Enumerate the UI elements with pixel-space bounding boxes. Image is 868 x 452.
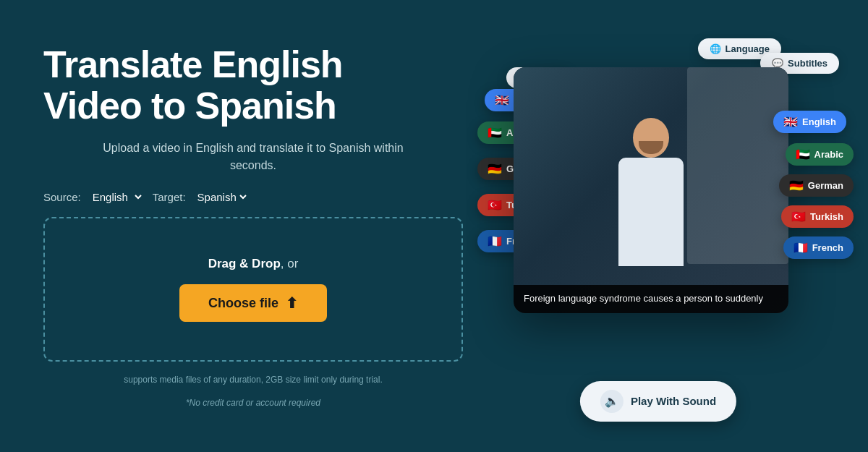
tag-french-right: 🇫🇷 French bbox=[783, 236, 854, 259]
left-panel: Translate English Video to Spanish Uploa… bbox=[43, 44, 463, 408]
flag-gb-left: 🇬🇧 bbox=[495, 93, 509, 107]
flag-fr-right: 🇫🇷 bbox=[793, 241, 808, 255]
flag-tr-left: 🇹🇷 bbox=[488, 198, 502, 212]
target-label: Target: bbox=[153, 191, 186, 203]
language-selectors: Source: English Spanish French German Ar… bbox=[43, 190, 463, 204]
person-beard bbox=[639, 141, 663, 154]
flag-de-right: 🇩🇪 bbox=[789, 179, 804, 192]
flag-fr-left: 🇫🇷 bbox=[488, 234, 502, 248]
person-head bbox=[633, 118, 669, 158]
play-with-sound-button[interactable]: 🔈 Play With Sound bbox=[580, 381, 736, 422]
tag-arabic-right: 🇦🇪 Arabic bbox=[786, 143, 854, 166]
flag-tr-right: 🇹🇷 bbox=[791, 210, 806, 223]
whiteboard bbox=[687, 67, 788, 264]
video-background bbox=[514, 67, 788, 313]
no-credit-text: *No credit card or account required bbox=[43, 398, 463, 408]
subtitle-text: Upload a video in English and translate … bbox=[101, 140, 405, 174]
globe-icon: 🌐 bbox=[710, 43, 721, 54]
video-card: Foreign language syndrome causes a perso… bbox=[514, 67, 788, 313]
person-body bbox=[618, 158, 684, 266]
flag-gb-right: 🇬🇧 bbox=[783, 115, 798, 129]
person-figure bbox=[608, 118, 694, 284]
tag-german-right: 🇩🇪 German bbox=[779, 174, 854, 197]
speaker-icon: 🔈 bbox=[600, 390, 624, 413]
video-subtitle-bar: Foreign language syndrome causes a perso… bbox=[514, 285, 788, 312]
page-title: Translate English Video to Spanish bbox=[43, 44, 463, 127]
support-text: supports media files of any duration, 2G… bbox=[43, 375, 463, 385]
choose-file-button[interactable]: Choose file ⬆ bbox=[179, 284, 327, 322]
tag-turkish-right: 🇹🇷 Turkish bbox=[781, 205, 854, 228]
flag-de-left: 🇩🇪 bbox=[488, 162, 502, 176]
flag-ae-right: 🇦🇪 bbox=[796, 148, 810, 161]
page-container: Translate English Video to Spanish Uploa… bbox=[0, 0, 868, 452]
drop-zone[interactable]: Drag & Drop, or Choose file ⬆ bbox=[43, 217, 463, 362]
source-label: Source: bbox=[43, 191, 81, 203]
right-panel: 🌐 Language 🔥 Audio 💬 Subtitles 🇬🇧 Englis… bbox=[492, 46, 825, 407]
tag-english-right: 🇬🇧 English bbox=[773, 111, 846, 133]
source-language-select[interactable]: English Spanish French German Arabic bbox=[90, 190, 144, 204]
flag-ae-left: 🇦🇪 bbox=[488, 126, 502, 140]
drag-drop-text: Drag & Drop, or bbox=[208, 257, 299, 271]
upload-icon: ⬆ bbox=[286, 294, 298, 312]
target-language-select[interactable]: Spanish English French German Arabic bbox=[195, 190, 249, 204]
